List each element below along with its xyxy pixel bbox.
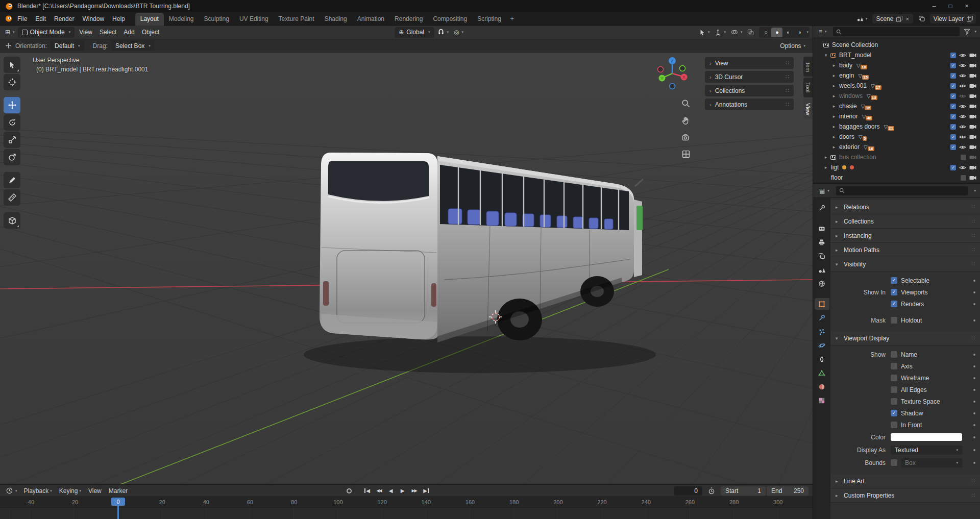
disable-render-camera-icon[interactable] xyxy=(969,145,976,150)
disable-render-camera-icon[interactable] xyxy=(969,176,976,180)
exclude-checkbox[interactable] xyxy=(950,144,956,150)
workspace-tab[interactable]: UV Editing xyxy=(234,13,274,26)
viewport-menu-item[interactable]: Add xyxy=(120,27,138,38)
outliner-row[interactable]: ▸ engin ▽ 15 xyxy=(813,70,980,81)
prev-keyframe-button[interactable]: ◀◀ xyxy=(374,486,384,496)
outliner-search-input[interactable] xyxy=(833,27,960,36)
timeline-menu-item[interactable]: Keying▾ xyxy=(56,486,85,496)
new-scene-icon[interactable] xyxy=(896,16,902,21)
outliner-row[interactable]: ▸ body ▽ 10 xyxy=(813,60,980,70)
disable-render-camera-icon[interactable] xyxy=(969,104,976,109)
topbar-menu-item[interactable]: Help xyxy=(108,13,129,24)
checkbox[interactable] xyxy=(891,351,897,358)
editor-type-button[interactable]: ⊞▾ xyxy=(3,27,17,37)
tab-object-data[interactable] xyxy=(815,367,829,379)
checkbox[interactable] xyxy=(891,410,897,416)
tab-particles[interactable] xyxy=(815,326,829,337)
animate-property-dot[interactable] xyxy=(973,449,975,451)
hide-viewport-eye-icon[interactable] xyxy=(959,63,966,68)
expand-icon[interactable]: ▸ xyxy=(823,155,828,160)
timeline-menu-item[interactable]: Marker xyxy=(105,486,131,496)
object-color-swatch[interactable] xyxy=(891,433,962,441)
outliner-row[interactable]: floor xyxy=(813,172,980,183)
properties-search-input[interactable] xyxy=(836,186,968,195)
transform-orientation-dropdown[interactable]: ⊕ Global▾ xyxy=(395,27,434,38)
disable-render-camera-icon[interactable] xyxy=(969,94,976,98)
shading-solid-button[interactable]: ● xyxy=(771,28,782,37)
gizmo-x-neg[interactable] xyxy=(658,67,664,72)
zoom-icon[interactable] xyxy=(680,97,692,110)
preview-range-icon[interactable] xyxy=(705,485,718,497)
gizmo-z-neg[interactable] xyxy=(670,84,675,89)
animate-property-dot[interactable] xyxy=(973,280,975,282)
expand-icon[interactable]: ▸ xyxy=(831,144,837,150)
hide-viewport-eye-icon[interactable] xyxy=(959,53,966,58)
topbar-menu-item[interactable]: Window xyxy=(78,13,108,24)
playhead[interactable]: 0 xyxy=(111,497,125,519)
shading-rendered-button[interactable]: ◑ xyxy=(794,28,805,37)
panel-header[interactable]: ▸ Relations ∷ xyxy=(830,200,980,214)
workspace-tab[interactable]: Modeling xyxy=(164,13,199,26)
panel-header[interactable]: ▸ Collections ∷ xyxy=(830,214,980,229)
blender-menu-logo-icon[interactable] xyxy=(4,15,13,22)
exclude-checkbox[interactable] xyxy=(950,114,956,119)
workspace-tab[interactable]: Shading xyxy=(320,13,352,26)
workspace-tab[interactable]: Compositing xyxy=(428,13,472,26)
rear-headlight-left[interactable] xyxy=(323,281,329,306)
outliner-options-icon[interactable]: ▾ xyxy=(974,30,976,34)
expand-icon[interactable]: ▸ xyxy=(831,73,837,78)
overlays-dropdown[interactable]: ▾ xyxy=(729,28,745,37)
panel-header-viewport-display[interactable]: ▾ Viewport Display ∷ xyxy=(830,331,980,345)
snap-toggle[interactable]: ▾ xyxy=(435,27,451,37)
timeline-editor-type-button[interactable]: ▾ xyxy=(4,486,19,496)
outliner-row[interactable]: ▸ weels.001 ▽ 17 xyxy=(813,81,980,91)
viewport-menu-item[interactable]: View xyxy=(76,27,96,38)
tool-cursor[interactable] xyxy=(4,74,20,90)
jump-to-end-button[interactable]: ▶ xyxy=(421,486,431,496)
tool-move[interactable] xyxy=(4,97,20,113)
checkbox[interactable] xyxy=(891,301,897,307)
shading-dropdown-icon[interactable]: ▾ xyxy=(806,30,808,34)
disable-render-camera-icon[interactable] xyxy=(969,53,976,58)
tab-constraints[interactable] xyxy=(815,353,829,365)
selectability-dropdown[interactable]: ▾ xyxy=(697,28,712,37)
exclude-checkbox[interactable] xyxy=(961,155,966,160)
hide-viewport-eye-icon[interactable] xyxy=(959,135,966,139)
disable-render-camera-icon[interactable] xyxy=(969,135,976,139)
close-button[interactable]: × xyxy=(959,0,975,12)
outliner-row[interactable]: ▸ bagages doors ▽ 21 xyxy=(813,121,980,132)
outliner-row[interactable]: ▸ doors ▽ 5 xyxy=(813,132,980,142)
expand-icon[interactable]: ▸ xyxy=(831,83,837,88)
exclude-checkbox[interactable] xyxy=(961,175,966,181)
panel-header[interactable]: ▸ Line Art ∷ xyxy=(830,474,980,488)
hide-viewport-eye-icon[interactable] xyxy=(959,114,966,119)
tab-texture[interactable] xyxy=(815,394,829,406)
animate-property-dot[interactable] xyxy=(973,354,975,356)
tool-measure[interactable] xyxy=(4,189,20,206)
timeline-ruler-area[interactable]: -40-200204060801001201401601802002202402… xyxy=(0,497,813,519)
animate-property-dot[interactable] xyxy=(973,462,975,464)
scene-browse-icon[interactable]: ▾ xyxy=(854,14,870,23)
n-panel-section[interactable]: › 3D Cursor ∷ xyxy=(705,71,794,83)
exclude-checkbox[interactable] xyxy=(950,93,956,99)
hide-viewport-eye-icon[interactable] xyxy=(959,73,966,78)
workspace-tab[interactable]: Layout xyxy=(135,13,164,26)
n-panel-tab[interactable]: View xyxy=(803,98,813,120)
panel-header[interactable]: ▸ Instancing ∷ xyxy=(830,229,980,243)
camera-view-icon[interactable] xyxy=(680,131,692,143)
hide-viewport-eye-icon[interactable] xyxy=(959,84,966,88)
outliner-editor-type-button[interactable]: ≡▾ xyxy=(817,27,829,37)
checkbox[interactable] xyxy=(891,386,897,393)
tab-render[interactable] xyxy=(815,223,829,234)
panel-header[interactable]: ▸ Motion Paths ∷ xyxy=(830,243,980,257)
expand-icon[interactable]: ▸ xyxy=(823,165,828,170)
maximize-button[interactable]: □ xyxy=(942,0,959,12)
n-panel-section[interactable]: › Annotations ∷ xyxy=(705,98,794,110)
disable-render-camera-icon[interactable] xyxy=(969,155,976,160)
drag-dropdown[interactable]: Select Box▾ xyxy=(111,40,155,51)
hide-viewport-eye-icon[interactable] xyxy=(959,165,966,170)
expand-icon[interactable]: ▸ xyxy=(831,63,837,68)
animate-property-dot[interactable] xyxy=(973,401,975,403)
exclude-checkbox[interactable] xyxy=(950,73,956,79)
n-panel-tab[interactable]: Item xyxy=(803,57,813,77)
